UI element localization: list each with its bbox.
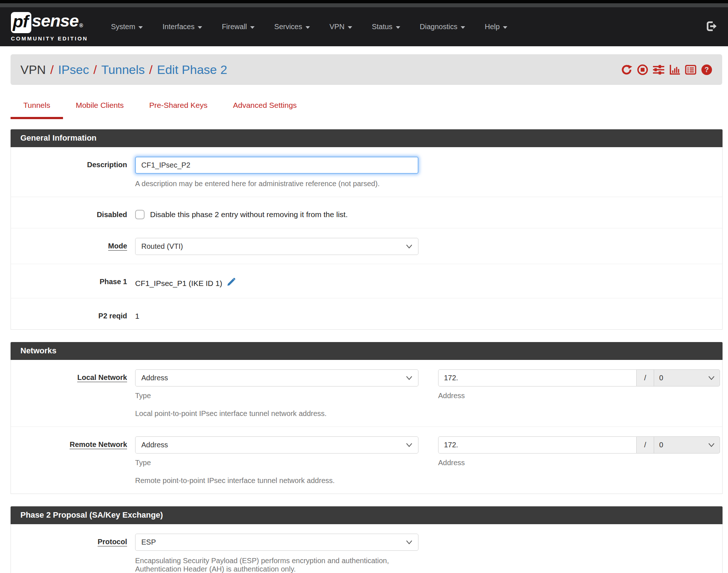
panel-phase2-proposal: Phase 2 Proposal (SA/Key Exchange) Proto… bbox=[11, 506, 723, 573]
nav-item-firewall[interactable]: Firewall bbox=[212, 23, 264, 31]
row-remote-network: Remote Network Address Type Remote point… bbox=[11, 427, 722, 494]
remote-network-mask-separator: / bbox=[637, 436, 654, 454]
breadcrumb-link-tunnels[interactable]: Tunnels bbox=[101, 63, 145, 77]
breadcrumb-vpn: VPN bbox=[20, 63, 46, 77]
phase1-label: Phase 1 bbox=[11, 274, 135, 286]
panel-title: Networks bbox=[11, 342, 723, 360]
remote-network-address-help: Address bbox=[438, 459, 720, 467]
local-network-type-select[interactable]: Address bbox=[135, 369, 418, 386]
nav-item-vpn[interactable]: VPN bbox=[320, 23, 362, 31]
panel-title: General Information bbox=[11, 129, 723, 147]
p2reqid-label: P2 reqid bbox=[11, 308, 135, 320]
disabled-checkbox[interactable]: ✓ bbox=[135, 210, 145, 219]
panel-general-information: General Information Description A descri… bbox=[11, 129, 723, 330]
mode-label: Mode bbox=[11, 238, 135, 250]
list-icon[interactable] bbox=[685, 64, 696, 75]
local-network-mask-select[interactable]: 0 bbox=[654, 369, 720, 386]
description-help: A description may be entered here for ad… bbox=[135, 180, 418, 188]
breadcrumb-page-title[interactable]: Edit Phase 2 bbox=[157, 63, 227, 77]
bar-chart-icon[interactable] bbox=[669, 64, 680, 75]
breadcrumb: VPN / IPsec / Tunnels / Edit Phase 2 bbox=[20, 63, 227, 77]
panel-networks: Networks Local Network Address Type Loca… bbox=[11, 342, 723, 494]
row-protocol: Protocol ESP Encapsulating Security Payl… bbox=[11, 524, 722, 573]
caret-down-icon bbox=[306, 26, 310, 29]
local-network-label: Local Network bbox=[11, 369, 135, 382]
row-disabled: Disabled ✓ Disable this phase 2 entry wi… bbox=[11, 197, 722, 228]
remote-network-type-select[interactable]: Address bbox=[135, 436, 418, 454]
tab-bar: Tunnels Mobile Clients Pre-Shared Keys A… bbox=[11, 94, 728, 117]
remote-network-address-input[interactable] bbox=[438, 436, 637, 454]
nav-item-help[interactable]: Help bbox=[475, 23, 517, 31]
caret-down-icon bbox=[461, 26, 465, 29]
protocol-select[interactable]: ESP bbox=[135, 534, 418, 551]
chevron-down-icon bbox=[406, 376, 412, 380]
row-mode: Mode Routed (VTI) bbox=[11, 228, 722, 264]
description-input[interactable] bbox=[135, 157, 418, 174]
chevron-down-icon bbox=[708, 443, 715, 447]
row-phase1: Phase 1 CF1_IPsec_P1 (IKE ID 1) bbox=[11, 264, 722, 298]
logo-pf: pf bbox=[11, 12, 31, 34]
breadcrumb-bar: VPN / IPsec / Tunnels / Edit Phase 2 bbox=[11, 54, 722, 85]
local-network-type-help: Type bbox=[135, 392, 418, 400]
local-network-address-input[interactable] bbox=[438, 369, 637, 386]
chevron-down-icon bbox=[708, 376, 715, 380]
svg-text:?: ? bbox=[705, 66, 709, 74]
stop-circle-icon[interactable] bbox=[637, 64, 648, 75]
caret-down-icon bbox=[198, 26, 202, 29]
nav-item-status[interactable]: Status bbox=[362, 23, 410, 31]
tab-pre-shared-keys[interactable]: Pre-Shared Keys bbox=[137, 94, 220, 117]
edit-pencil-icon[interactable] bbox=[226, 278, 236, 289]
nav-item-system[interactable]: System bbox=[101, 23, 153, 31]
logo-registered-mark: ® bbox=[79, 23, 83, 28]
row-p2reqid: P2 reqid 1 bbox=[11, 298, 722, 329]
tab-advanced-settings[interactable]: Advanced Settings bbox=[220, 94, 310, 117]
chevron-down-icon bbox=[406, 443, 412, 447]
nav-item-services[interactable]: Services bbox=[264, 23, 320, 31]
pfsense-logo[interactable]: pfsense® COMMUNITY EDITION bbox=[11, 12, 88, 42]
tab-tunnels[interactable]: Tunnels bbox=[11, 94, 63, 117]
mode-select[interactable]: Routed (VTI) bbox=[135, 238, 418, 255]
protocol-help: Encapsulating Security Payload (ESP) per… bbox=[135, 557, 418, 573]
caret-down-icon bbox=[138, 26, 143, 29]
row-description: Description A description may be entered… bbox=[11, 147, 722, 197]
nav-item-interfaces[interactable]: Interfaces bbox=[153, 23, 212, 31]
breadcrumb-link-ipsec[interactable]: IPsec bbox=[58, 63, 89, 77]
nav-item-diagnostics[interactable]: Diagnostics bbox=[410, 23, 475, 31]
protocol-label: Protocol bbox=[11, 534, 135, 546]
row-local-network: Local Network Address Type Local point-t… bbox=[11, 360, 722, 427]
help-circle-icon[interactable]: ? bbox=[701, 64, 712, 75]
p2reqid-value: 1 bbox=[135, 308, 418, 321]
remote-network-label: Remote Network bbox=[11, 436, 135, 449]
caret-down-icon bbox=[250, 26, 255, 29]
top-navbar: pfsense® COMMUNITY EDITION System Interf… bbox=[0, 7, 728, 46]
refresh-icon[interactable] bbox=[621, 64, 632, 75]
caret-down-icon bbox=[396, 26, 400, 29]
description-label: Description bbox=[11, 157, 135, 169]
disabled-checkbox-label: Disable this phase 2 entry without remov… bbox=[150, 210, 348, 219]
phase1-value: CF1_IPsec_P1 (IKE ID 1) bbox=[135, 279, 222, 288]
logo-subtitle: COMMUNITY EDITION bbox=[11, 35, 88, 42]
window-chrome-strip bbox=[0, 0, 728, 3]
logout-icon[interactable] bbox=[705, 20, 717, 34]
sliders-icon[interactable] bbox=[653, 64, 664, 75]
chevron-down-icon bbox=[406, 540, 412, 544]
local-network-mask-separator: / bbox=[637, 369, 654, 386]
remote-network-mask-select[interactable]: 0 bbox=[654, 436, 720, 454]
local-network-help: Local point-to-point IPsec interface tun… bbox=[135, 409, 418, 418]
panel-title: Phase 2 Proposal (SA/Key Exchange) bbox=[11, 506, 723, 524]
chevron-down-icon bbox=[406, 244, 412, 248]
remote-network-type-help: Type bbox=[135, 459, 418, 467]
remote-network-help: Remote point-to-point IPsec interface tu… bbox=[135, 476, 418, 485]
tab-mobile-clients[interactable]: Mobile Clients bbox=[63, 94, 137, 117]
window-chrome-strip-2 bbox=[0, 3, 728, 7]
caret-down-icon bbox=[503, 26, 507, 29]
local-network-address-help: Address bbox=[438, 392, 720, 400]
logo-sense: sense bbox=[32, 12, 78, 29]
caret-down-icon bbox=[348, 26, 352, 29]
nav-menu: System Interfaces Firewall Services VPN … bbox=[101, 23, 517, 31]
disabled-label: Disabled bbox=[11, 207, 135, 219]
